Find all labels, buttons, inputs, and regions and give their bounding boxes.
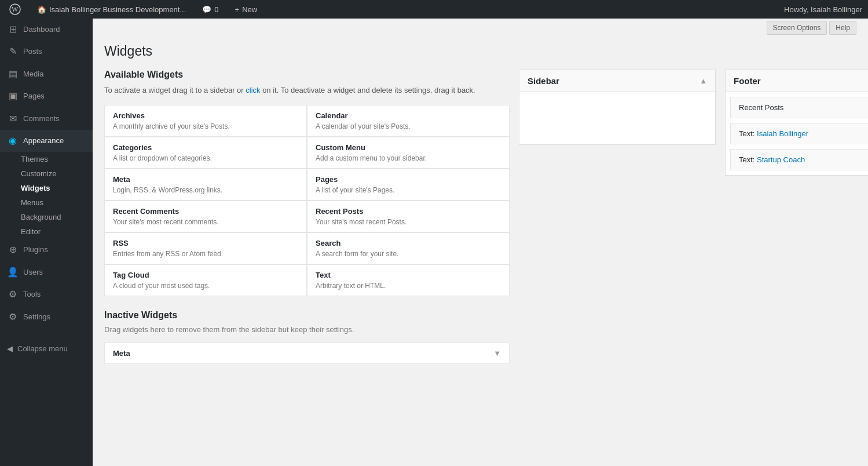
footer-panel: Footer ▲ Recent Posts ▼ Text: Isaiah Bol…: [725, 70, 868, 176]
page-title: Widgets: [104, 43, 856, 60]
screen-meta-links: Screen Options Help: [93, 19, 868, 37]
comments-nav-icon: ✉: [7, 112, 19, 125]
appearance-icon: ◉: [7, 134, 19, 147]
sidebar-panel: Sidebar ▲: [519, 70, 716, 145]
users-icon: 👤: [7, 266, 19, 279]
footer-panel-title: Footer: [734, 76, 761, 86]
comments-button[interactable]: 💬 0: [199, 0, 222, 19]
posts-icon: ✎: [7, 45, 19, 58]
submenu-item-themes[interactable]: Themes: [0, 152, 93, 166]
home-icon: 🏠: [37, 5, 46, 14]
widget-rss[interactable]: RSS Entries from any RSS or Atom feed.: [104, 232, 307, 264]
widget-search[interactable]: Search A search form for your site.: [307, 232, 510, 264]
wp-logo-button[interactable]: W: [6, 0, 24, 19]
widget-archives[interactable]: Archives A monthly archive of your site'…: [104, 105, 307, 137]
collapse-icon: ◀: [7, 344, 13, 353]
widget-categories[interactable]: Categories A list or dropdown of categor…: [104, 137, 307, 169]
submenu-item-widgets[interactable]: Widgets: [0, 181, 93, 195]
available-widgets-title: Available Widgets: [104, 70, 510, 80]
dashboard-icon: ⊞: [7, 23, 19, 36]
plus-icon: +: [235, 5, 240, 14]
svg-text:W: W: [12, 5, 19, 13]
sidebar-item-dashboard[interactable]: ⊞ Dashboard: [0, 19, 93, 41]
sidebar-item-tools[interactable]: ⚙ Tools: [0, 283, 93, 305]
inactive-widgets-title: Inactive Widgets: [104, 310, 510, 321]
new-content-button[interactable]: + New: [232, 0, 261, 19]
sidebar-item-pages[interactable]: ▣ Pages: [0, 85, 93, 107]
collapse-menu-button[interactable]: ◀ Collapse menu: [0, 340, 93, 358]
settings-icon: ⚙: [7, 311, 19, 323]
sidebar-item-plugins[interactable]: ⊕ Plugins: [0, 239, 93, 261]
sidebar-item-media[interactable]: ▤ Media: [0, 63, 93, 85]
admin-bar: W 🏠 Isaiah Bollinger Business Developmen…: [0, 0, 868, 19]
sidebar-drop-zone: [519, 92, 715, 144]
screen-options-button[interactable]: Screen Options: [767, 21, 827, 35]
footer-panel-header: Footer ▲: [726, 70, 868, 92]
widget-calendar[interactable]: Calendar A calendar of your site's Posts…: [307, 105, 510, 137]
submenu-item-editor[interactable]: Editor: [0, 224, 93, 239]
submenu-item-background[interactable]: Background: [0, 210, 93, 224]
site-name-button[interactable]: 🏠 Isaiah Bollinger Business Development.…: [34, 0, 189, 19]
sidebar-item-settings[interactable]: ⚙ Settings: [0, 306, 93, 328]
inactive-widget-meta[interactable]: Meta ▼: [104, 343, 510, 364]
footer-widget-recent-posts[interactable]: Recent Posts ▼: [730, 97, 868, 118]
widget-recent-comments[interactable]: Recent Comments Your site's most recent …: [104, 201, 307, 232]
sidebar-item-users[interactable]: 👤 Users: [0, 261, 93, 283]
sidebar-panel-title: Sidebar: [528, 76, 559, 86]
widget-grid: Archives A monthly archive of your site'…: [104, 105, 510, 296]
inactive-widgets-desc: Drag widgets here to remove them from th…: [104, 324, 510, 336]
inactive-widgets-section: Inactive Widgets Drag widgets here to re…: [104, 310, 510, 364]
submenu-item-customize[interactable]: Customize: [0, 166, 93, 181]
tools-icon: ⚙: [7, 288, 19, 301]
help-button[interactable]: Help: [829, 21, 856, 35]
media-icon: ▤: [7, 68, 19, 81]
sidebar-item-comments[interactable]: ✉ Comments: [0, 108, 93, 130]
widget-pages[interactable]: Pages A list of your site's Pages.: [307, 169, 510, 201]
sidebar-panel-header: Sidebar ▲: [519, 70, 715, 92]
comments-icon: 💬: [202, 5, 211, 14]
sidebars-column: Sidebar ▲ Footer ▲ Recent Posts: [519, 70, 868, 176]
sidebar-item-appearance[interactable]: ◉ Appearance: [0, 130, 93, 152]
widget-recent-posts[interactable]: Recent Posts Your site's most recent Pos…: [307, 201, 510, 232]
collapse-sidebar-icon[interactable]: ▲: [699, 77, 707, 85]
widget-meta[interactable]: Meta Login, RSS, & WordPress.org links.: [104, 169, 307, 201]
click-link[interactable]: click: [246, 86, 260, 94]
pages-icon: ▣: [7, 90, 19, 103]
available-widgets-desc: To activate a widget drag it to a sideba…: [104, 85, 510, 96]
widget-text[interactable]: Text Arbitrary text or HTML.: [307, 264, 510, 296]
footer-widget-text-startup[interactable]: Text: Startup Coach ▼: [730, 149, 868, 170]
footer-widget-text-isaiah[interactable]: Text: Isaiah Bollinger ▼: [730, 123, 868, 144]
widget-custom-menu[interactable]: Custom Menu Add a custom menu to your si…: [307, 137, 510, 169]
chevron-down-icon: ▼: [493, 349, 501, 358]
submenu-item-menus[interactable]: Menus: [0, 195, 93, 210]
plugins-icon: ⊕: [7, 243, 19, 256]
widget-tag-cloud[interactable]: Tag Cloud A cloud of your most used tags…: [104, 264, 307, 296]
sidebar-item-posts[interactable]: ✎ Posts: [0, 41, 93, 63]
admin-menu: ⊞ Dashboard ✎ Posts ▤ Media ▣ Pages ✉ Co…: [0, 19, 93, 466]
howdy-text: Howdy, Isaiah Bollinger: [784, 5, 862, 14]
available-widgets-section: Available Widgets To activate a widget d…: [104, 70, 510, 364]
